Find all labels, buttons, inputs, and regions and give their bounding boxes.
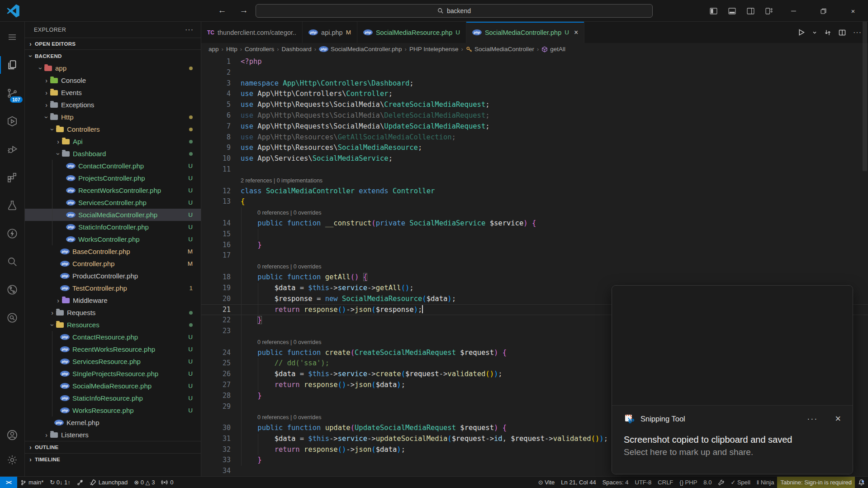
tab-thunderclient-com-categor-[interactable]: TCthunderclient.com/categor..	[201, 22, 303, 43]
section-outline[interactable]: › OUTLINE	[25, 441, 201, 453]
tab-api-php[interactable]: phpapi.phpM	[303, 22, 357, 43]
notification-more-button[interactable]: ···	[807, 414, 818, 424]
tree-item-productcontroller-php[interactable]: phpProductController.php	[25, 270, 201, 282]
containers-icon[interactable]	[0, 110, 25, 133]
testing-icon[interactable]	[0, 194, 25, 217]
command-center-search[interactable]: backend	[256, 4, 653, 18]
status-indentation[interactable]: Spaces: 4	[599, 477, 632, 488]
status-php-version[interactable]: 8.0	[700, 477, 715, 488]
code-line-1[interactable]: 1<?php	[201, 57, 868, 67]
tree-item-singleprojectsresource-php[interactable]: phpSIngleProjectsResource.phpU	[25, 368, 201, 380]
code-line-7[interactable]: 7use App\Http\Requests\SocialMedia\Updat…	[201, 121, 868, 132]
tree-item-socialmediacontroller-php[interactable]: phpSocialMediaController.phpU	[25, 209, 201, 221]
tree-item-socialmediaresource-php[interactable]: phpSocialMediaResource.phpU	[25, 380, 201, 392]
status-problems[interactable]: ⊗ 0 △ 3	[131, 477, 158, 488]
status-ports[interactable]: 0	[158, 477, 176, 488]
tree-item-testcontroller-php[interactable]: phpTestController.php1	[25, 282, 201, 294]
tree-item-basecontroller-php[interactable]: phpBaseController.phpM	[25, 245, 201, 258]
tree-item-api[interactable]: ›Api	[25, 135, 201, 148]
tree-item-controller-php[interactable]: phpController.phpM	[25, 258, 201, 270]
code-line-11[interactable]: 11	[201, 164, 868, 175]
code-line-3[interactable]: 3namespace App\Http\Controllers\Dashboar…	[201, 78, 868, 89]
run-dropdown-icon[interactable]	[812, 30, 817, 35]
status-git-graph[interactable]	[74, 477, 86, 488]
window-minimize-button[interactable]	[778, 0, 808, 22]
breadcrumb-item-php-intelephense[interactable]: PHP Intelephense	[409, 46, 459, 53]
tree-item-dashboard[interactable]: ›Dashboard	[25, 148, 201, 160]
explorer-more-actions[interactable]: ···	[185, 26, 194, 34]
tab-socialmediaresource-php[interactable]: phpSocialMediaResource.phpU	[357, 22, 466, 43]
code-line-5[interactable]: 5use App\Http\Requests\SocialMedia\Creat…	[201, 100, 868, 110]
toggle-panel-icon[interactable]	[723, 0, 741, 22]
window-restore-button[interactable]	[808, 0, 838, 22]
tree-item-servicescontroller-php[interactable]: phpServicesController.phpU	[25, 196, 201, 209]
run-button[interactable]	[797, 29, 805, 36]
editor-more-actions[interactable]: ···	[853, 29, 862, 37]
status-language[interactable]: {} PHP	[676, 477, 700, 488]
tree-item-resources[interactable]: ›Resources	[25, 319, 201, 331]
extensions-icon[interactable]	[0, 166, 25, 189]
status-tabnine[interactable]: Tabnine: Sign-in is required	[777, 477, 855, 488]
code-line-15[interactable]: 15	[201, 229, 868, 240]
tree-item-recentworksresource-php[interactable]: phpRecentWorksResource.phpU	[25, 343, 201, 355]
account-icon[interactable]	[0, 423, 25, 446]
code-line-4[interactable]: 4use App\Http\Controllers\Controller;	[201, 89, 868, 100]
codelens[interactable]: 0 references | 0 overrides	[201, 261, 868, 272]
nav-forward-button[interactable]: →	[238, 5, 250, 16]
tree-item-worksresource-php[interactable]: phpWorksResource.phpU	[25, 404, 201, 416]
toggle-sidebar-icon[interactable]	[704, 0, 723, 22]
section-backend-root[interactable]: › BACKEND	[25, 50, 201, 62]
breadcrumb-item-controllers[interactable]: Controllers	[245, 46, 274, 53]
explorer-icon[interactable]	[0, 53, 25, 77]
tree-item-http[interactable]: ›Http	[25, 111, 201, 123]
code-line-14[interactable]: 14 public function __construct(private S…	[201, 218, 868, 229]
customize-layout-icon[interactable]	[760, 0, 778, 22]
status-remote[interactable]: ><	[0, 477, 17, 488]
status-wrench[interactable]	[715, 477, 727, 488]
tree-item-exceptions[interactable]: ›Exceptions	[25, 99, 201, 111]
notification-subtitle[interactable]: Select here to mark up and share.	[624, 447, 841, 457]
open-changes-icon[interactable]	[824, 29, 831, 36]
code-line-13[interactable]: 13{	[201, 196, 868, 207]
status-ninja[interactable]: ‖ Ninja	[754, 477, 778, 488]
tree-item-console[interactable]: ›Console	[25, 74, 201, 86]
source-control-icon[interactable]: 107	[0, 81, 25, 105]
nav-back-button[interactable]: ←	[216, 5, 228, 16]
tree-item-controllers[interactable]: ›Controllers	[25, 123, 201, 135]
search-icon[interactable]	[0, 250, 25, 273]
tree-item-requests[interactable]: ›Requests	[25, 306, 201, 319]
breadcrumb-item-dashboard[interactable]: Dashboard	[282, 46, 312, 53]
notification-close-button[interactable]: ×	[835, 413, 841, 425]
code-line-17[interactable]: 17	[201, 250, 868, 261]
breadcrumb-item-http[interactable]: Http	[226, 46, 237, 53]
menu-icon[interactable]	[0, 25, 25, 48]
tree-item-staticinforesource-php[interactable]: phpStaticInfoResource.phpU	[25, 392, 201, 404]
snipping-tool-notification[interactable]: Snipping Tool ··· × Screenshot copied to…	[612, 285, 853, 474]
code-line-18[interactable]: 18 public function getAll() {	[201, 272, 868, 283]
tree-item-app[interactable]: ›app	[25, 62, 201, 74]
tab-socialmediacontroller-php[interactable]: phpSocialMediaController.phpU×	[466, 22, 584, 43]
status-branch[interactable]: main*	[17, 477, 47, 488]
status-sync[interactable]: ↻ 0↓ 1↑	[47, 477, 74, 488]
tree-item-kernel-php[interactable]: phpKernel.php	[25, 416, 201, 429]
window-close-button[interactable]: ×	[838, 0, 868, 22]
section-open-editors[interactable]: › OPEN EDITORS	[25, 38, 201, 50]
breadcrumb-item-app[interactable]: app	[209, 46, 219, 53]
section-timeline[interactable]: › TIMELINE	[25, 453, 201, 465]
breadcrumb-item-socialmediacontroller-php[interactable]: phpSocialMediaController.php	[319, 46, 402, 53]
status-launchpad[interactable]: Launchpad	[86, 477, 131, 488]
tree-item-contactcontroller-php[interactable]: phpContactController.phpU	[25, 160, 201, 172]
tree-item-recentworkscontroller-php[interactable]: phpRecentWorksController.phpU	[25, 184, 201, 196]
status-encoding[interactable]: UTF-8	[632, 477, 655, 488]
code-line-2[interactable]: 2	[201, 67, 868, 78]
gitlens-icon[interactable]	[0, 278, 25, 301]
run-debug-icon[interactable]	[0, 138, 25, 161]
code-line-16[interactable]: 16 }	[201, 240, 868, 251]
codelens[interactable]: 0 references | 0 overrides	[201, 207, 868, 218]
status-spell[interactable]: ✓ Spell	[727, 477, 753, 488]
code-line-9[interactable]: 9use App\Http\Resources\SocialMediaResou…	[201, 143, 868, 153]
tree-item-workscontroller-php[interactable]: phpWorksController.phpU	[25, 233, 201, 245]
toggle-secondary-sidebar-icon[interactable]	[741, 0, 760, 22]
tree-item-staticinfocontroller-php[interactable]: phpStaticInfoController.phpU	[25, 221, 201, 233]
gitlens-inspect-icon[interactable]	[0, 306, 25, 329]
